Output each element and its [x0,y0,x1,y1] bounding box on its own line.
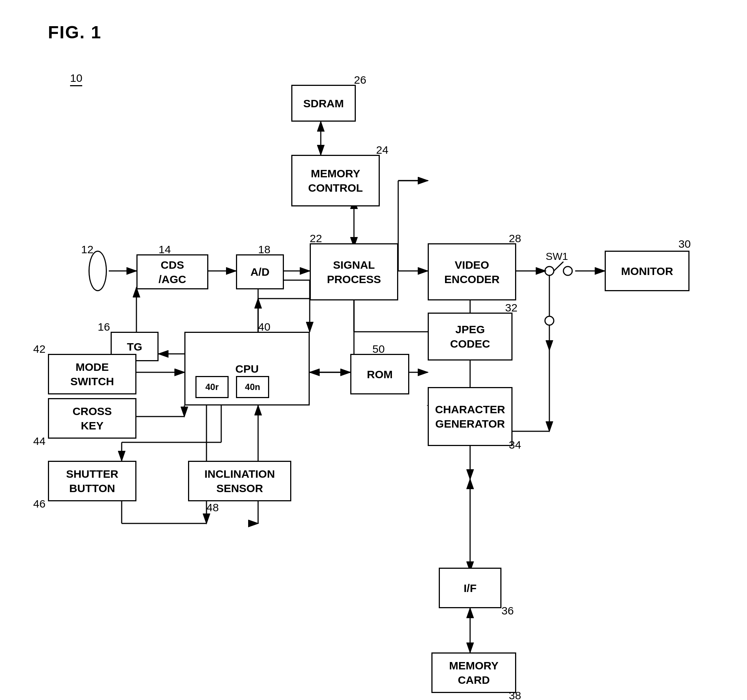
cross-key-box: CROSSKEY [48,398,136,438]
jpeg-codec-num: 32 [505,301,517,314]
shutter-button-num: 46 [33,497,45,510]
memory-card-num: 38 [509,689,521,700]
monitor-num: 30 [678,238,691,250]
figure-title: FIG. 1 [48,22,101,42]
if-num: 36 [501,605,514,617]
sdram-box: SDRAM [291,85,356,122]
memory-control-box: MEMORYCONTROL [291,155,380,206]
lens-component [88,251,107,291]
memory-control-num: 24 [376,144,388,156]
svg-point-13 [545,316,554,325]
mode-switch-num: 42 [33,343,45,355]
tg-num: 16 [98,321,110,333]
if-box: I/F [439,568,501,608]
system-number: 10 [70,72,82,86]
inclination-sensor-num: 48 [206,501,219,514]
lens-number: 12 [81,243,93,256]
jpeg-codec-box: JPEGCODEC [428,313,513,360]
svg-point-10 [545,266,554,275]
character-generator-box: CHARACTERGENERATOR [428,387,513,446]
rom-num: 50 [372,343,384,355]
signal-process-num: 22 [310,232,322,245]
inclination-sensor-box: INCLINATIONSENSOR [188,461,291,501]
memory-card-box: MEMORYCARD [431,652,516,693]
rom-box: ROM [350,354,409,395]
svg-point-11 [563,266,572,275]
diagram: FIG. 1 10 [0,0,747,700]
sdram-num: 26 [354,74,366,86]
cross-key-num: 44 [33,435,45,448]
ad-num: 18 [258,243,270,256]
cds-agc-num: 14 [159,243,171,256]
monitor-box: MONITOR [605,251,690,291]
cpu-num: 40 [258,321,270,333]
cpu-inner-n-box: 40n [236,376,269,398]
mode-switch-box: MODESWITCH [48,354,136,395]
character-generator-num: 34 [509,438,521,451]
cpu-inner-r-box: 40r [195,376,228,398]
video-encoder-box: VIDEOENCODER [428,243,516,301]
svg-line-12 [554,262,563,271]
sw1-label: SW1 [546,251,568,263]
ad-box: A/D [236,254,284,289]
video-encoder-num: 28 [509,232,521,245]
cds-agc-box: CDS/AGC [136,254,208,289]
shutter-button-box: SHUTTERBUTTON [48,461,136,501]
signal-process-box: SIGNALPROCESS [310,243,398,301]
